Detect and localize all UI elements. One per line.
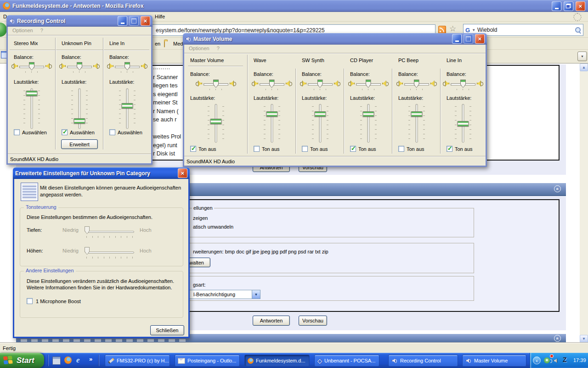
- maximize-button[interactable]: [464, 34, 473, 44]
- dialog-titlebar[interactable]: Erweiterte Einstellungen für Unknown Pin…: [13, 167, 190, 179]
- vertical-scrollbar[interactable]: ▲ ▼: [580, 63, 588, 343]
- task-outlook[interactable]: Posteingang - Outlo...: [175, 355, 240, 367]
- volume-slider[interactable]: [307, 104, 333, 143]
- dropdown-arrow-icon[interactable]: ▼: [252, 290, 260, 299]
- menu-hilfe[interactable]: Hilfe: [155, 14, 165, 19]
- volume-thumb[interactable]: [210, 119, 222, 124]
- balance-slider[interactable]: [442, 78, 484, 91]
- mute-checkbox[interactable]: [302, 146, 308, 152]
- zonealarm-icon[interactable]: Z: [563, 356, 569, 362]
- task-recording-control[interactable]: Recording Control: [388, 355, 458, 367]
- close-icon[interactable]: ×: [475, 34, 485, 44]
- mute-checkbox-row[interactable]: Ton aus: [190, 146, 216, 152]
- volume-slider[interactable]: [404, 104, 430, 143]
- treble-slider-thumb[interactable]: [85, 247, 90, 255]
- balance-slider[interactable]: [59, 61, 100, 74]
- search-magnifier-icon[interactable]: [575, 27, 581, 33]
- volume-thumb[interactable]: [458, 121, 469, 126]
- close-icon[interactable]: ×: [141, 16, 150, 26]
- balance-thumb[interactable]: [124, 62, 130, 70]
- search-engine-icon[interactable]: G: [465, 27, 470, 34]
- volume-thumb[interactable]: [266, 111, 277, 117]
- volume-thumb[interactable]: [74, 118, 85, 124]
- mute-checkbox[interactable]: [254, 146, 260, 152]
- mute-checkbox[interactable]: [190, 146, 196, 152]
- balance-slider[interactable]: [11, 61, 52, 74]
- advanced-button[interactable]: Erweitert: [61, 139, 98, 149]
- quicklaunch-firefox-icon[interactable]: [64, 356, 72, 364]
- master-volume-titlebar[interactable]: Master Volume ×: [183, 33, 487, 45]
- volume-slider[interactable]: [203, 104, 229, 143]
- folder-icon[interactable]: [164, 41, 165, 47]
- select-checkbox-row[interactable]: Auswählen: [109, 129, 142, 135]
- balance-thumb[interactable]: [29, 62, 34, 70]
- select-checkbox[interactable]: [14, 129, 20, 135]
- mute-checkbox-row[interactable]: Ton aus: [447, 146, 473, 152]
- tray-collapse-chevron-icon[interactable]: ‹: [533, 356, 541, 364]
- mute-checkbox-row[interactable]: Ton aus: [254, 146, 280, 152]
- balance-thumb[interactable]: [213, 80, 219, 88]
- tray-clock[interactable]: 17:39: [573, 357, 586, 363]
- balance-thumb[interactable]: [460, 80, 466, 88]
- balance-thumb[interactable]: [77, 62, 82, 70]
- close-dialog-button[interactable]: Schließen: [150, 325, 184, 335]
- select-checkbox[interactable]: [109, 129, 115, 135]
- restore-button[interactable]: [564, 1, 573, 11]
- mic-boost-checkbox[interactable]: [27, 298, 33, 304]
- mute-checkbox-row[interactable]: Ton aus: [350, 146, 376, 152]
- volume-slider[interactable]: [114, 88, 140, 129]
- balance-thumb[interactable]: [317, 80, 323, 88]
- balance-slider[interactable]: [396, 78, 437, 91]
- minimize-button[interactable]: [452, 34, 462, 44]
- volume-slider[interactable]: [259, 104, 285, 143]
- collapse-chevron-icon[interactable]: «: [554, 335, 561, 342]
- volume-thumb[interactable]: [411, 111, 422, 117]
- bookmark-star-icon[interactable]: ☆: [449, 24, 456, 34]
- volume-slider[interactable]: [67, 88, 92, 129]
- scroll-up-icon[interactable]: ▲: [580, 63, 588, 71]
- maximize-button[interactable]: [129, 16, 139, 26]
- select-checkbox-row[interactable]: Auswählen: [62, 129, 95, 135]
- collapse-chevron-icon[interactable]: «: [554, 185, 561, 192]
- volume-thumb[interactable]: [26, 91, 38, 96]
- select-checkbox-row[interactable]: Auswählen: [14, 129, 47, 135]
- minimize-button[interactable]: [552, 1, 561, 11]
- volume-thumb[interactable]: [314, 111, 326, 117]
- balance-slider[interactable]: [107, 61, 148, 74]
- mute-checkbox[interactable]: [398, 146, 404, 152]
- balance-thumb[interactable]: [414, 80, 419, 88]
- task-funkmeldesystem[interactable]: Funkmeldesystem.d...: [244, 355, 310, 367]
- task-master-volume[interactable]: Master Volume: [462, 355, 526, 367]
- volume-slider[interactable]: [19, 88, 45, 129]
- mute-checkbox[interactable]: [350, 146, 356, 152]
- close-icon[interactable]: ×: [576, 1, 585, 11]
- toolbar-overflow-button[interactable]: ▼: [577, 52, 587, 61]
- start-button[interactable]: Start: [0, 353, 44, 368]
- select-checkbox[interactable]: [62, 129, 68, 135]
- quicklaunch-ie-icon[interactable]: e: [76, 356, 85, 365]
- bass-slider-thumb[interactable]: [85, 226, 90, 234]
- minimize-button[interactable]: [118, 16, 127, 26]
- balance-slider[interactable]: [348, 78, 389, 91]
- reply-button[interactable]: Antworten: [253, 316, 290, 326]
- scroll-down-icon[interactable]: ▼: [580, 335, 588, 343]
- volume-thumb[interactable]: [122, 103, 133, 109]
- preview-button[interactable]: Vorschau: [299, 316, 327, 326]
- volume-slider[interactable]: [356, 104, 381, 143]
- firefox-titlebar[interactable]: Funkmeldesystem.de - Antworten - Mozilla…: [0, 0, 588, 12]
- icq-flower-icon[interactable]: [544, 357, 550, 363]
- balance-slider[interactable]: [300, 78, 341, 91]
- balance-slider[interactable]: [195, 78, 237, 91]
- volume-thumb[interactable]: [362, 111, 374, 117]
- mute-checkbox-row[interactable]: Ton aus: [302, 146, 328, 152]
- rss-feed-icon[interactable]: [438, 26, 446, 34]
- balance-thumb[interactable]: [366, 80, 371, 88]
- treble-slider[interactable]: [85, 252, 134, 253]
- mute-checkbox[interactable]: [447, 146, 452, 152]
- mic-boost-row[interactable]: 1 Microphone Boost: [27, 298, 81, 304]
- task-fms32[interactable]: FMS32-PRO (c) by H...: [105, 355, 170, 367]
- volume-slider[interactable]: [450, 104, 476, 143]
- notification-select[interactable]: l-Benachrichtigung ▼: [183, 290, 260, 299]
- quicklaunch-overflow-chevron[interactable]: »: [89, 356, 92, 362]
- quicklaunch-app-icon[interactable]: [52, 356, 61, 365]
